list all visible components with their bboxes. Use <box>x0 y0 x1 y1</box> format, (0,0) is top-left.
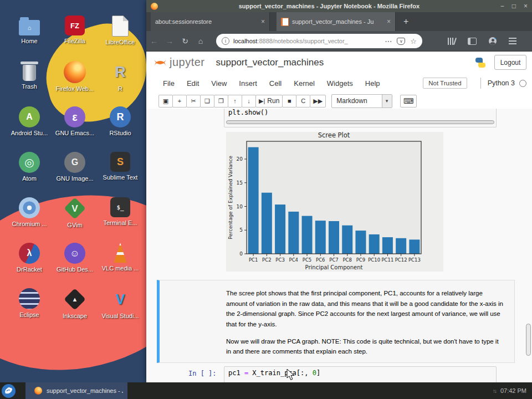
desktop-icon-label: Trash <box>22 83 37 90</box>
desktop-icon-gnu-image-manipulation[interactable]: GGNU Image... <box>52 152 98 197</box>
desktop-icon-vlc-media-player[interactable]: VLC media ... <box>98 243 143 288</box>
github-desktop-icon: ☺ <box>64 243 85 264</box>
menu-view[interactable]: View <box>205 79 233 88</box>
desktop-icon-terminal-emulator[interactable]: $_Terminal E... <box>98 197 143 243</box>
tab-about-sessionrestore[interactable]: about:sessionrestore × <box>151 12 270 31</box>
url-host: localhost <box>233 38 257 44</box>
desktop-icon-inkscape[interactable]: ▲Inkscape <box>52 288 98 334</box>
url-bar[interactable]: i localhost :8888/notebooks/support_vect… <box>216 34 422 48</box>
eclipse-icon <box>19 288 40 309</box>
gnu-image-manipulation-icon: G <box>64 152 85 173</box>
jupyter-logo-icon[interactable] <box>153 55 167 70</box>
command-palette-button[interactable]: ⌨ <box>400 95 417 108</box>
tab-close-icon[interactable]: × <box>261 18 265 25</box>
tab-close-icon[interactable]: × <box>387 18 391 25</box>
network-icon[interactable]: ↑↓ <box>493 388 496 394</box>
libreoffice-icon <box>112 16 129 37</box>
horizontal-scrollbar[interactable] <box>226 120 494 125</box>
taskbar-window-button[interactable]: support_vector_machines - J... <box>25 382 127 399</box>
desktop-icon-label: Chromium ... <box>12 221 47 227</box>
desktop-icon-gvim[interactable]: VGVim <box>52 197 98 243</box>
sidebar-icon[interactable] <box>468 38 477 45</box>
menu-widgets[interactable]: Widgets <box>321 79 359 88</box>
window-titlebar[interactable]: support_vector_machines - Jupyter Notebo… <box>146 0 532 12</box>
markdown-cell[interactable]: The scree plot shows that the first prin… <box>157 280 515 363</box>
desktop-icon-chromium[interactable]: Chromium ... <box>7 197 52 243</box>
reload-icon[interactable]: ↻ <box>177 37 193 45</box>
desktop-icon-eclipse[interactable]: Eclipse <box>7 288 52 334</box>
chromium-icon <box>19 197 40 218</box>
desktop-icon-android-studio[interactable]: AAndroid Stu... <box>7 106 52 152</box>
bookmark-star-icon[interactable]: ☆ <box>410 37 417 45</box>
copy-cell-icon: ❏ <box>204 98 210 105</box>
notebook-file-icon <box>281 18 289 26</box>
desktop-icon-label: DrRacket <box>17 266 42 273</box>
cell-type-select[interactable]: Markdown ▾ <box>331 94 392 108</box>
desktop-icon-visual-studio-code[interactable]: VVisual Studi... <box>98 288 143 334</box>
forward-icon[interactable]: → <box>162 37 177 45</box>
restart-run-all-icon: ▶▶ <box>313 98 323 105</box>
window-title: support_vector_machines - Jupyter Notebo… <box>158 3 500 9</box>
vertical-scrollbar[interactable] <box>525 109 531 382</box>
desktop-icon-gnu-emacs[interactable]: εGNU Emacs... <box>52 106 98 152</box>
desktop-icon-github-desktop[interactable]: ☺GitHub Des... <box>52 243 98 288</box>
menu-icon[interactable] <box>509 38 516 44</box>
paste-cell-button[interactable]: ❐ <box>214 95 228 108</box>
minimize-button[interactable]: − <box>500 2 504 10</box>
home-icon[interactable]: ⌂ <box>193 37 208 45</box>
scrollbar-thumb[interactable] <box>526 324 531 356</box>
restart-run-all-button[interactable]: ▶▶ <box>310 95 326 108</box>
pocket-icon[interactable]: ∨ <box>397 38 405 45</box>
save-button[interactable]: ▣ <box>158 95 173 108</box>
firefox-icon <box>34 387 42 395</box>
notebook-title[interactable]: support_vector_machines <box>216 57 324 68</box>
sublime-text-icon: S <box>110 152 130 172</box>
start-menu-button[interactable] <box>2 384 16 398</box>
trust-status[interactable]: Not Trusted <box>423 78 467 89</box>
account-icon[interactable] <box>489 37 497 45</box>
restart-kernel-button[interactable]: C <box>296 95 310 108</box>
svg-text:PC9: PC9 <box>356 257 365 263</box>
desktop-icon-home[interactable]: ⌂Home <box>7 16 52 61</box>
r-icon: R <box>109 61 131 83</box>
site-info-icon[interactable]: i <box>222 37 229 45</box>
menu-help[interactable]: Help <box>359 79 386 88</box>
menu-kernel[interactable]: Kernel <box>288 79 321 88</box>
menu-cell[interactable]: Cell <box>263 79 288 88</box>
logout-button[interactable]: Logout <box>494 55 526 70</box>
move-cell-down-button[interactable]: ↓ <box>242 95 256 108</box>
copy-cell-button[interactable]: ❏ <box>200 95 214 108</box>
menu-file[interactable]: File <box>157 79 181 88</box>
svg-text:PC10: PC10 <box>368 257 380 263</box>
menu-edit[interactable]: Edit <box>181 79 205 88</box>
run-button[interactable]: ▶|Run <box>255 95 283 108</box>
desktop-icon-filezilla[interactable]: FZFileZilla <box>52 16 98 61</box>
chevron-down-icon[interactable]: ▾ <box>382 95 392 108</box>
add-cell-button[interactable]: + <box>172 95 187 108</box>
desktop-icon-atom[interactable]: ◎Atom <box>7 152 52 197</box>
back-icon[interactable]: ← <box>146 37 162 45</box>
code-cell-top[interactable]: plt.show() <box>224 109 497 127</box>
desktop-icon-libreoffice[interactable]: LibreOffice <box>98 16 143 61</box>
desktop-icon-label: GNU Emacs... <box>55 130 94 136</box>
svg-text:PC3: PC3 <box>275 257 284 263</box>
desktop-icon-trash[interactable]: Trash <box>7 61 52 106</box>
code-cell-bottom[interactable]: pc1 = X_train_pca[:, 0] <box>224 366 497 382</box>
desktop-icon-rstudio[interactable]: RRStudio <box>98 106 143 152</box>
maximize-button[interactable]: □ <box>512 2 516 10</box>
jupyter-toolbar: ▣+✂❏❐↑↓▶|Run■C▶▶ Markdown ▾ ⌨ <box>146 93 532 109</box>
menu-insert[interactable]: Insert <box>233 79 263 88</box>
close-button[interactable]: × <box>524 2 528 10</box>
desktop-icon-label: Visual Studi... <box>101 313 139 319</box>
tab-support-vector-machines[interactable]: support_vector_machines - Ju × <box>277 12 396 31</box>
desktop-icon-sublime-text[interactable]: SSublime Text <box>98 152 143 197</box>
stop-button[interactable]: ■ <box>282 95 296 108</box>
desktop-icon-firefox-web-browser[interactable]: Firefox Web... <box>52 61 98 106</box>
move-cell-up-button[interactable]: ↑ <box>228 95 242 108</box>
cut-cell-button[interactable]: ✂ <box>186 95 201 108</box>
new-tab-button[interactable]: + <box>403 17 408 27</box>
desktop-icon-r[interactable]: RR <box>98 61 143 106</box>
library-icon[interactable] <box>448 38 456 45</box>
desktop-icon-drracket[interactable]: λDrRacket <box>7 243 52 288</box>
page-actions-icon[interactable]: ⋯ <box>385 37 392 45</box>
